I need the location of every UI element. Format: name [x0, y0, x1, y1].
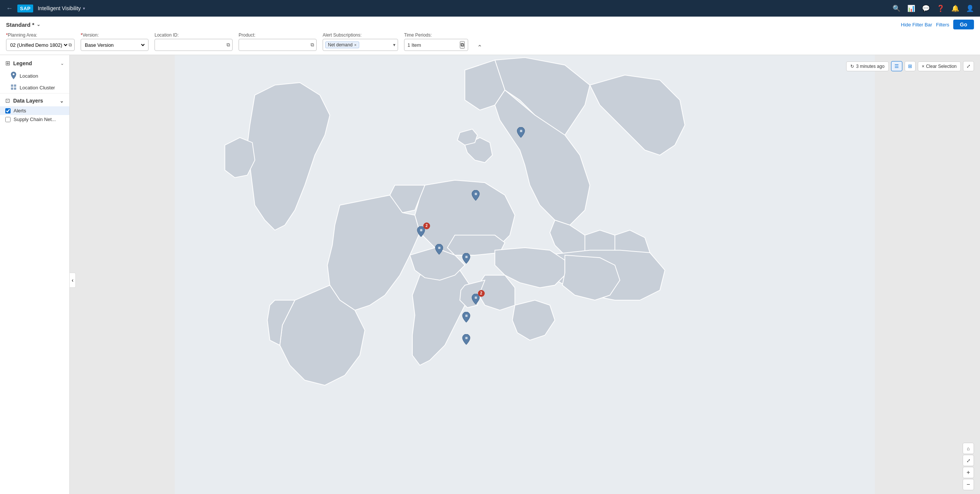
app-title-text: Intelligent Visibility [38, 5, 81, 11]
planning-area-required-star: * [6, 32, 8, 38]
svg-rect-2 [11, 88, 13, 90]
version-select[interactable]: Base Version [83, 42, 146, 48]
alert-subscriptions-tag-wrap: Net demand × ▾ [323, 39, 398, 51]
map-pin-6-group[interactable]: 2 ⊞ [470, 294, 481, 308]
planning-area-open-icon[interactable]: ⧉ [68, 42, 72, 48]
search-icon[interactable]: 🔍 [892, 5, 900, 13]
filter-bar-actions: Hide Filter Bar Filters Go [901, 20, 974, 29]
legend-item-location-cluster: Location Cluster [0, 82, 69, 93]
alert-subscriptions-label: Alert Subscriptions: [323, 32, 398, 38]
legend-header-left: ⊞ Legend [5, 60, 32, 67]
location-id-field: Location ID: ⧉ [154, 32, 232, 51]
svg-text:⊞: ⊞ [438, 246, 441, 250]
version-select-wrap: Base Version [81, 39, 148, 51]
map-pin-5[interactable]: ⊞ [461, 253, 471, 267]
chat-icon[interactable]: 💬 [922, 5, 930, 13]
location-id-input[interactable] [155, 42, 224, 48]
collapse-handle-icon: ‹ [72, 277, 73, 283]
notification-icon[interactable]: 🔔 [951, 5, 959, 13]
back-icon: ← [6, 5, 13, 13]
zoom-in-button[interactable]: + [963, 467, 974, 478]
time-periods-value-text: 1 Item [407, 42, 458, 48]
svg-text:⊞: ⊞ [465, 314, 468, 317]
svg-rect-3 [14, 88, 16, 90]
data-layer-alerts: Alerts [0, 106, 69, 115]
location-legend-icon [11, 72, 17, 80]
data-layers-header[interactable]: ⊡ Data Layers ⌄ [0, 93, 69, 106]
legend-collapse-handle[interactable]: ‹ [70, 272, 76, 288]
help-icon[interactable]: ❓ [937, 5, 945, 13]
version-field: *Version: Base Version [81, 32, 148, 51]
pin-6-badge: 2 [478, 290, 485, 297]
map-svg: .country { fill: #c8cfd8; stroke: #fffff… [70, 55, 980, 494]
filter-collapse-button[interactable]: ⌃ [476, 44, 484, 51]
map-pin-7[interactable]: ⊞ [461, 312, 471, 326]
legend-header[interactable]: ⊞ Legend ⌄ [0, 55, 69, 70]
map-pin-3-group[interactable]: 2 ⊞ [416, 226, 426, 240]
map-list-view-button[interactable]: ☰ [891, 61, 902, 71]
zoom-out-button[interactable]: − [963, 479, 974, 490]
variant-arrow-icon: ⌄ [37, 22, 40, 27]
supply-chain-checkbox[interactable] [5, 117, 11, 122]
filters-button[interactable]: Filters [936, 22, 949, 27]
svg-text:⊞: ⊞ [465, 336, 468, 340]
svg-text:⊞: ⊞ [474, 296, 477, 300]
planning-area-select[interactable]: 02 (Unified Demo 1802) [9, 42, 68, 48]
top-navigation: ← SAP Intelligent Visibility ▾ 🔍 📊 💬 ❓ 🔔… [0, 0, 980, 17]
variant-selector[interactable]: Standard * ⌄ [6, 21, 40, 28]
product-open-button[interactable]: ⧉ [308, 42, 316, 48]
map-pin-1[interactable]: ⊞ [515, 127, 526, 141]
data-layers-header-left: ⊡ Data Layers [5, 97, 43, 104]
user-icon[interactable]: 👤 [966, 5, 974, 13]
svg-text:⊞: ⊞ [465, 255, 468, 259]
map-refresh-button[interactable]: ↻ 3 minutes ago [846, 62, 888, 71]
main-area: ⊞ Legend ⌄ Location Location [0, 55, 980, 494]
hide-filter-bar-button[interactable]: Hide Filter Bar [901, 22, 932, 27]
svg-rect-1 [14, 84, 16, 87]
chart-icon[interactable]: 📊 [907, 5, 915, 13]
go-button[interactable]: Go [953, 20, 974, 29]
fit-icon: ⤢ [966, 458, 970, 464]
legend-grid-icon: ⊞ [5, 60, 10, 67]
svg-rect-0 [11, 84, 13, 87]
refresh-time-text: 3 minutes ago [856, 64, 884, 69]
expand-icon: ⤢ [966, 63, 970, 69]
location-id-open-button[interactable]: ⧉ [224, 42, 232, 48]
map-pin-4[interactable]: ⊞ [434, 244, 444, 258]
pin-3-badge: 2 [423, 223, 430, 229]
map-fit-button[interactable]: ⤢ [963, 455, 974, 466]
location-id-label: Location ID: [154, 32, 232, 38]
alert-subscription-tag: Net demand × [325, 41, 359, 48]
product-field: Product: ⧉ [239, 32, 317, 51]
variant-name-text: Standard * [6, 21, 34, 28]
planning-area-label: *Planning Area: [6, 32, 75, 38]
map-home-button[interactable]: ⌂ [963, 443, 974, 454]
map-expand-button[interactable]: ⤢ [963, 61, 974, 71]
clear-selection-icon: × [922, 64, 924, 69]
map-pin-2[interactable]: ⊞ [470, 190, 481, 204]
time-periods-field: Time Periods: 1 Item ⧉ [404, 32, 468, 51]
product-input[interactable] [239, 42, 308, 48]
planning-area-select-wrap: 02 (Unified Demo 1802) ⧉ [6, 39, 75, 51]
time-periods-label: Time Periods: [404, 32, 468, 38]
alert-subscription-tag-remove[interactable]: × [354, 43, 356, 47]
alert-subscriptions-dropdown-icon[interactable]: ▾ [393, 42, 395, 48]
sap-logo: SAP [18, 5, 33, 13]
nav-icon-group: 🔍 📊 💬 ❓ 🔔 👤 [892, 5, 974, 13]
svg-text:⊞: ⊞ [474, 192, 477, 196]
alerts-label: Alerts [14, 108, 26, 113]
clear-selection-button[interactable]: × Clear Selection [918, 62, 961, 71]
legend-item-location: Location [0, 70, 69, 82]
zoom-in-icon: + [966, 469, 970, 476]
filter-fields: *Planning Area: 02 (Unified Demo 1802) ⧉… [6, 32, 974, 51]
alerts-checkbox[interactable] [5, 108, 11, 113]
map-grid-view-button[interactable]: ⊞ [905, 61, 916, 71]
map-container: .country { fill: #c8cfd8; stroke: #fffff… [70, 55, 980, 494]
data-layers-collapse-icon: ⌄ [60, 98, 64, 104]
alert-subscriptions-field: Alert Subscriptions: Net demand × ▾ [323, 32, 398, 51]
back-button[interactable]: ← [6, 5, 13, 13]
legend-location-label: Location [20, 73, 38, 79]
time-periods-open-button[interactable]: ⧉ [460, 41, 465, 49]
zoom-controls: ⌂ ⤢ + − [963, 443, 974, 490]
map-pin-8[interactable]: ⊞ [461, 334, 471, 348]
